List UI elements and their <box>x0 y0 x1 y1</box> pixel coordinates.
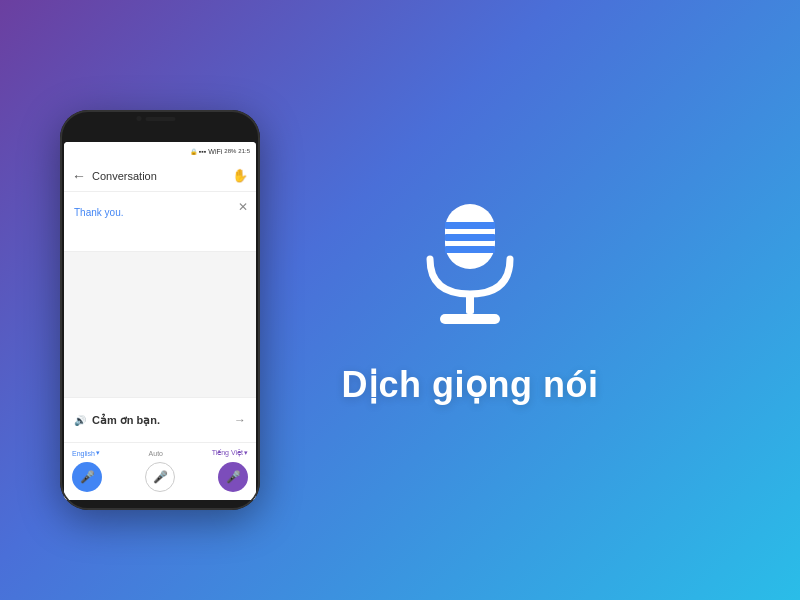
svg-rect-2 <box>445 234 495 241</box>
phone-top-area <box>137 116 184 121</box>
close-button[interactable]: ✕ <box>238 200 248 214</box>
mic-icon-right: 🎤 <box>226 470 241 484</box>
camera-dot <box>137 116 142 121</box>
right-content: Dịch giọng nói <box>200 194 800 406</box>
svg-rect-3 <box>445 246 495 253</box>
svg-rect-1 <box>445 222 495 229</box>
status-icons: 🔒 ▪▪▪ WiFi 28% 21:5 <box>190 148 250 155</box>
lang-left-label[interactable]: English ▾ <box>72 449 100 457</box>
app-title: Conversation <box>92 170 232 182</box>
mic-illustration <box>410 194 530 334</box>
lang-right-label[interactable]: Tiếng Việt ▾ <box>212 449 248 457</box>
lang-labels: English ▾ Auto Tiếng Việt ▾ <box>72 449 248 457</box>
mic-button-left[interactable]: 🎤 <box>72 462 102 492</box>
bottom-bar: English ▾ Auto Tiếng Việt ▾ 🎤 <box>64 442 256 500</box>
lang-center-label: Auto <box>149 450 163 457</box>
middle-area <box>64 252 256 397</box>
app-bar: ← Conversation ✋ <box>64 160 256 192</box>
app-name: Dịch giọng nói <box>342 364 599 406</box>
phone-mockup: 🔒 ▪▪▪ WiFi 28% 21:5 ← Conversation ✋ <box>60 110 260 510</box>
svg-rect-4 <box>466 294 474 314</box>
phrase-box-bottom: 🔊 Cảm ơn bạn. → <box>64 397 256 442</box>
content-area: Thank you. ✕ 🔊 Cảm ơn bạn. → <box>64 192 256 442</box>
hand-icon: ✋ <box>232 168 248 183</box>
arrow-right-icon[interactable]: → <box>234 413 246 427</box>
back-button[interactable]: ← <box>72 168 86 184</box>
sensor-dot <box>180 117 184 121</box>
phrase-top-text: Thank you. <box>74 207 123 218</box>
phrase-bottom-text: Cảm ơn bạn. <box>92 414 228 427</box>
lock-icon: 🔒 <box>190 148 197 155</box>
svg-rect-5 <box>440 314 500 324</box>
signal-icon: ▪▪▪ <box>199 148 206 155</box>
speaker-slot <box>146 117 176 121</box>
background: 🔒 ▪▪▪ WiFi 28% 21:5 ← Conversation ✋ <box>0 0 800 600</box>
mic-icon-left: 🎤 <box>80 470 95 484</box>
mic-button-center[interactable]: 🎤 <box>145 462 175 492</box>
phone-screen: 🔒 ▪▪▪ WiFi 28% 21:5 ← Conversation ✋ <box>64 142 256 500</box>
mic-button-right[interactable]: 🎤 <box>218 462 248 492</box>
time-text: 21:5 <box>238 148 250 154</box>
wifi-icon: WiFi <box>208 148 222 155</box>
phrase-box-top: Thank you. ✕ <box>64 192 256 252</box>
battery-text: 28% <box>224 148 236 154</box>
mic-buttons: 🎤 🎤 🎤 <box>72 462 248 492</box>
status-bar: 🔒 ▪▪▪ WiFi 28% 21:5 <box>64 142 256 160</box>
speaker-icon[interactable]: 🔊 <box>74 415 86 426</box>
mic-icon-center: 🎤 <box>153 470 168 484</box>
phone-body: 🔒 ▪▪▪ WiFi 28% 21:5 ← Conversation ✋ <box>60 110 260 510</box>
